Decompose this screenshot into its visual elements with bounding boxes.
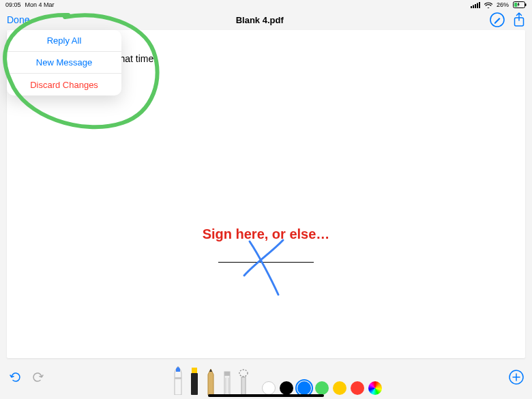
undo-button[interactable] [8,370,22,387]
color-green[interactable] [315,381,329,395]
color-yellow[interactable] [333,381,346,395]
done-button[interactable]: Done [7,14,29,25]
svg-rect-14 [224,372,230,376]
status-time: 09:05 [5,1,21,8]
eraser-tool[interactable] [221,368,233,395]
document-title: Blank 4.pdf [236,15,284,25]
color-black[interactable] [280,381,293,395]
status-date: Mon 4 Mar [25,1,55,8]
navigation-bar: Done Blank 4.pdf [0,10,532,30]
color-white[interactable] [262,381,276,395]
status-bar: 09:05 Mon 4 Mar 26% [0,0,532,10]
color-picker-button[interactable] [368,381,382,395]
markup-pen-button[interactable] [490,12,505,27]
battery-icon [513,1,527,8]
battery-pct: 26% [497,1,509,8]
pencil-tool[interactable] [205,368,217,395]
sign-here-text: Sign here, or else… [7,226,525,242]
lasso-tool[interactable] [237,368,250,395]
popover-new-message[interactable]: New Message [7,52,121,74]
color-red[interactable] [351,381,364,395]
svg-rect-10 [175,377,181,379]
svg-rect-7 [514,3,517,7]
redo-button[interactable] [31,370,45,387]
svg-rect-1 [473,5,474,8]
svg-rect-2 [475,4,476,8]
done-popover-menu: Reply All New Message Discard Changes [7,30,121,95]
svg-rect-12 [192,368,197,373]
svg-rect-4 [479,2,480,8]
pen-tool[interactable] [172,364,184,395]
svg-rect-11 [191,373,198,395]
svg-rect-0 [471,6,472,8]
wifi-icon [484,2,492,8]
cellular-icon [471,2,480,8]
svg-rect-6 [525,3,527,6]
popover-discard-changes[interactable]: Discard Changes [7,74,121,95]
tool-palette [172,362,382,395]
share-button[interactable] [513,12,525,27]
popover-reply-all[interactable]: Reply All [7,30,121,52]
color-blue[interactable] [297,381,311,395]
marker-tool[interactable] [188,368,201,395]
svg-rect-3 [477,3,478,8]
home-indicator[interactable] [208,394,324,397]
add-annotation-button[interactable] [509,370,524,387]
signature-line [218,262,314,263]
svg-rect-17 [241,377,246,395]
svg-point-18 [239,370,248,376]
markup-toolbar [0,358,532,399]
